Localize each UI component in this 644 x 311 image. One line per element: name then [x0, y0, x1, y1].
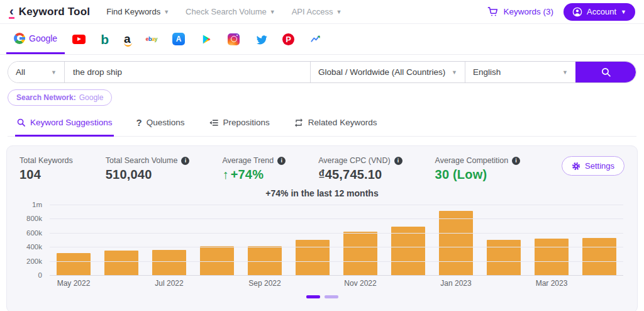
x-tick-label: Jul 2022 — [145, 279, 193, 288]
main-nav: Find Keywords▼ Check Search Volume▼ API … — [106, 7, 341, 16]
bar-nov-2022[interactable] — [343, 232, 378, 275]
platform-tab-youtube[interactable] — [65, 24, 93, 54]
account-person-icon — [572, 7, 582, 17]
carousel-dots — [19, 295, 625, 298]
info-icon[interactable]: i — [512, 157, 520, 165]
x-tick-label: Nov 2022 — [336, 279, 384, 288]
x-tick-label: Jan 2023 — [432, 279, 480, 288]
platform-tab-google-play[interactable] — [192, 24, 220, 54]
tab-related-keywords[interactable]: Related Keywords — [292, 115, 379, 137]
nav-check-search-volume[interactable]: Check Search Volume▼ — [186, 7, 275, 16]
google-play-icon — [200, 33, 213, 45]
keyword-tool-logo[interactable]: ‹ Keyword Tool — [9, 4, 90, 19]
search-network-chip[interactable]: Search Network: Google — [8, 89, 112, 106]
twitter-icon — [255, 33, 267, 45]
amazon-icon: a — [124, 34, 131, 43]
bar-jan-2023[interactable] — [439, 211, 474, 275]
trend-bar-chart: 1m800k600k400k200k0 May 2022Jul 2022Sep … — [19, 205, 625, 290]
carousel-dot-1[interactable] — [306, 295, 320, 298]
active-filters-row: Search Network: Google — [8, 89, 636, 106]
platform-tab-pinterest[interactable]: P — [275, 24, 302, 54]
bar-oct-2022[interactable] — [296, 240, 330, 275]
list-icon — [209, 118, 219, 128]
bar-may-2022[interactable] — [57, 253, 91, 275]
bar-area — [50, 205, 623, 275]
scope-select[interactable]: All▼ — [8, 62, 65, 82]
keywords-cart-link[interactable]: Keywords (3) — [487, 6, 554, 18]
y-tick-label: 200k — [26, 257, 42, 265]
x-tick-label: May 2022 — [50, 279, 97, 288]
nav-api-access[interactable]: API Access▼ — [292, 7, 342, 16]
overview-panel: Total Keywords 104 Total Search Volumei … — [6, 145, 638, 311]
ebay-icon: ebay — [146, 36, 158, 42]
platform-tab-app-store[interactable]: A — [165, 24, 192, 54]
question-mark-icon: ? — [136, 117, 142, 128]
info-icon[interactable]: i — [277, 157, 286, 165]
platform-tab-instagram[interactable] — [220, 24, 247, 54]
carousel-dot-2[interactable] — [325, 295, 338, 298]
header-right: Keywords (3) Account ▼ — [487, 3, 635, 21]
google-icon — [14, 33, 25, 44]
location-select[interactable]: Global / Worldwide (All Countries)▼ — [310, 62, 465, 82]
bar-slot — [145, 205, 193, 275]
youtube-icon — [72, 35, 86, 44]
tab-keyword-suggestions[interactable]: Keyword Suggestions — [15, 115, 114, 137]
info-icon[interactable]: i — [181, 157, 189, 165]
platform-tab-amazon[interactable]: a — [116, 24, 138, 54]
result-tabs: Keyword Suggestions ? Questions Preposit… — [8, 115, 636, 137]
bar-slot — [384, 205, 432, 275]
bar-dec-2022[interactable] — [391, 227, 426, 275]
instagram-icon — [228, 33, 240, 45]
gridline — [50, 275, 623, 276]
nav-find-keywords[interactable]: Find Keywords▼ — [106, 7, 169, 16]
gridline — [50, 233, 623, 234]
settings-button[interactable]: Settings — [562, 156, 625, 176]
plot-area — [50, 205, 623, 275]
platform-tab-ebay[interactable]: ebay — [138, 24, 165, 54]
y-tick-label: 800k — [26, 215, 42, 222]
x-tick-label — [97, 279, 145, 288]
tab-prepositions[interactable]: Prepositions — [208, 115, 271, 137]
bar-slot — [336, 205, 384, 275]
y-tick-label: 600k — [26, 229, 42, 237]
bar-jun-2022[interactable] — [104, 251, 139, 275]
tab-questions[interactable]: ? Questions — [135, 115, 186, 137]
google-trends-icon — [309, 33, 322, 45]
account-button[interactable]: Account ▼ — [564, 3, 635, 21]
search-button[interactable] — [575, 62, 636, 82]
y-tick-label: 0 — [38, 271, 42, 279]
bar-apr-2023[interactable] — [582, 238, 617, 275]
platform-tab-bing[interactable]: b — [93, 24, 116, 54]
bar-feb-2023[interactable] — [487, 240, 521, 275]
bing-icon: b — [101, 33, 109, 46]
x-axis: May 2022Jul 2022Sep 2022Nov 2022Jan 2023… — [50, 279, 623, 288]
logo-chevron-icon: ‹ — [9, 4, 14, 19]
info-icon[interactable]: i — [394, 157, 402, 165]
stat-total-search-volume: Total Search Volumei 510,040 — [106, 156, 190, 182]
arrow-up-icon: ↑ — [222, 167, 228, 181]
bar-slot — [575, 205, 623, 275]
language-select[interactable]: English▼ — [465, 62, 575, 82]
gridline — [50, 261, 623, 262]
bar-slot — [193, 205, 241, 275]
top-nav-bar: ‹ Keyword Tool Find Keywords▼ Check Sear… — [0, 0, 644, 24]
chart-title: +74% in the last 12 months — [19, 188, 625, 198]
search-icon — [16, 118, 26, 127]
logo-text: Keyword Tool — [19, 6, 91, 18]
bar-jul-2022[interactable] — [152, 250, 187, 275]
bar-slot — [241, 205, 289, 275]
chevron-down-icon: ▼ — [51, 69, 57, 76]
gridline — [50, 247, 623, 247]
chevron-down-icon: ▼ — [270, 9, 275, 15]
x-tick-label — [480, 279, 528, 288]
stat-average-cpc: Average CPC (VND)i ₫45,745.10 — [318, 156, 402, 182]
search-input[interactable] — [65, 62, 310, 82]
platform-tab-google-trends[interactable] — [302, 24, 330, 54]
platform-tab-google[interactable]: Google — [6, 24, 65, 54]
platform-tab-twitter[interactable] — [247, 24, 275, 54]
cart-icon — [487, 6, 499, 18]
gridline — [50, 205, 623, 205]
x-tick-label: Mar 2023 — [528, 279, 575, 288]
bar-mar-2023[interactable] — [535, 239, 569, 275]
chevron-down-icon: ▼ — [562, 69, 568, 76]
